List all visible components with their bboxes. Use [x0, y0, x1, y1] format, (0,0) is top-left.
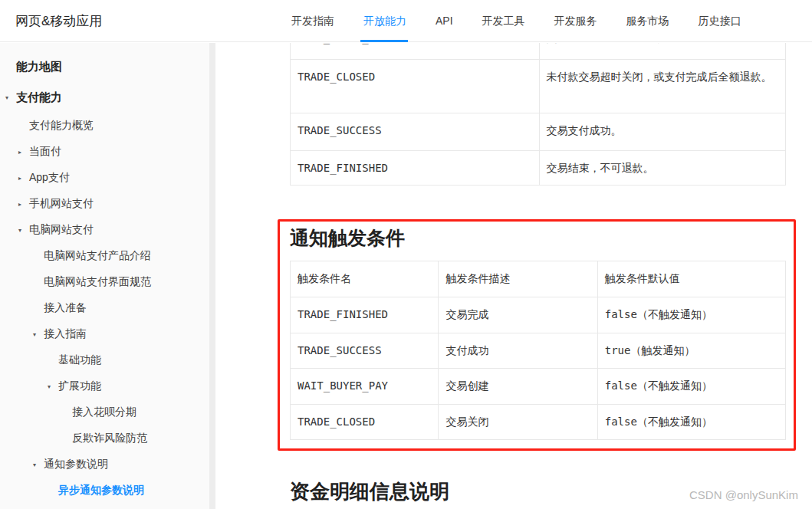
sidebar-item-huabei-installment[interactable]: 接入花呗分期	[0, 399, 209, 425]
sidebar-item-anti-fraud[interactable]: 反欺诈风险防范	[0, 425, 209, 452]
sidebar-item-pc-pay-ui-spec[interactable]: 电脑网站支付界面规范	[0, 269, 209, 295]
sidebar-item-label: 异步通知参数说明	[58, 484, 144, 498]
nav-open-capability-label: 开放能力	[363, 15, 406, 27]
table-row: TRADE_CLOSED 未付款交易超时关闭，或支付完成后全额退款。	[291, 60, 785, 113]
sidebar-item-label: 反欺诈风险防范	[72, 432, 147, 445]
trigger-name-cell: TRADE_FINISHED	[291, 297, 439, 333]
caret-down-icon: ▾	[48, 383, 58, 390]
sidebar-item-label: 电脑网站支付产品介绍	[44, 249, 151, 263]
sidebar-item-label: 通知参数说明	[44, 458, 108, 471]
status-code: WAIT_BUYER_PAY	[298, 43, 531, 45]
sidebar-item-basic-features[interactable]: 基础功能	[0, 347, 209, 373]
sidebar-item-label: 支付能力概览	[29, 119, 94, 133]
top-nav: 开发指南 开放能力 API 开发工具 开发服务 服务市场 历史接口	[291, 0, 741, 42]
sidebar-item-access-prep[interactable]: 接入准备	[0, 295, 209, 321]
nav-dev-tools[interactable]: 开发工具	[482, 0, 525, 42]
sidebar-item-label: 能力地图	[16, 60, 62, 74]
trigger-name-cell: TRADE_CLOSED	[291, 405, 439, 439]
status-desc-cell: 交易支付成功。	[540, 113, 786, 150]
caret-down-icon: ▾	[33, 331, 44, 338]
sidebar-item-label: 当面付	[29, 145, 61, 159]
table-row: WAIT_BUYER_PAY 交易创建 false（不触发通知）	[291, 369, 785, 405]
sidebar-item-payment-overview[interactable]: 支付能力概览	[0, 113, 209, 139]
status-code-cell: TRADE_SUCCESS	[291, 113, 540, 150]
nav-service-market[interactable]: 服务市场	[626, 0, 669, 42]
sidebar-item-pc-web-pay[interactable]: ▾电脑网站支付	[0, 217, 209, 243]
trigger-name-cell: WAIT_BUYER_PAY	[291, 369, 439, 404]
sidebar-scrollbar[interactable]	[209, 43, 215, 509]
status-desc-cell: 未付款交易超时关闭，或支付完成后全额退款。	[540, 60, 786, 113]
sidebar-item-notify-params[interactable]: ▾通知参数说明	[0, 452, 209, 478]
caret-right-icon: ▸	[18, 149, 29, 156]
status-desc-cell: 交易创建，等待买家付款。	[540, 43, 786, 59]
sidebar-item-pc-pay-product-intro[interactable]: 电脑网站支付产品介绍	[0, 243, 209, 269]
section-title-notify-trigger: 通知触发条件	[290, 225, 405, 251]
trigger-default-cell: true（触发通知）	[598, 333, 785, 368]
sidebar-nav: 能力地图 ▾支付能力 支付能力概览 ▸当面付 ▸App支付 ▸手机网站支付 ▾电…	[0, 43, 209, 509]
table-row: TRADE_FINISHED 交易结束，不可退款。	[291, 151, 785, 186]
status-code-cell: TRADE_FINISHED	[291, 151, 540, 185]
table-row: TRADE_FINISHED 交易完成 false（不触发通知）	[291, 297, 785, 333]
table-row-partial: WAIT_BUYER_PAY 交易创建，等待买家付款。	[291, 43, 785, 60]
nav-dev-guide[interactable]: 开发指南	[291, 0, 334, 42]
sidebar-item-label: App支付	[29, 171, 70, 185]
status-code-cell: WAIT_BUYER_PAY	[291, 43, 540, 59]
sidebar-item-label: 电脑网站支付	[29, 223, 94, 237]
caret-right-icon: ▸	[18, 175, 29, 182]
table-row: TRADE_SUCCESS 交易支付成功。	[291, 113, 785, 151]
sidebar-item-label: 接入指南	[44, 327, 87, 341]
status-desc: 交易创建，等待买家付款。	[547, 43, 778, 45]
column-header: 触发条件名	[291, 261, 439, 297]
sidebar-item-label: 手机网站支付	[29, 197, 94, 211]
sidebar-item-async-notify-params[interactable]: 异步通知参数说明	[0, 478, 209, 504]
table-row: TRADE_CLOSED 交易关闭 false（不触发通知）	[291, 405, 785, 440]
table-header-row: 触发条件名 触发条件描述 触发条件默认值	[291, 261, 785, 297]
sidebar-item-app-pay[interactable]: ▸App支付	[0, 165, 209, 191]
trigger-name-cell: TRADE_SUCCESS	[291, 333, 439, 368]
notify-trigger-table: 触发条件名 触发条件描述 触发条件默认值 TRADE_FINISHED 交易完成…	[290, 261, 786, 440]
nav-history-api[interactable]: 历史接口	[699, 0, 741, 42]
column-header: 触发条件默认值	[598, 261, 785, 297]
sidebar-item-label: 电脑网站支付界面规范	[44, 275, 151, 289]
sidebar-item-extended-features[interactable]: ▾扩展功能	[0, 373, 209, 399]
trigger-default-cell: false（不触发通知）	[598, 297, 785, 333]
section-title-funds-detail: 资金明细信息说明	[290, 478, 449, 505]
caret-down-icon: ▾	[18, 227, 29, 234]
status-desc-cell: 交易结束，不可退款。	[540, 151, 786, 185]
caret-right-icon: ▸	[18, 201, 29, 208]
sidebar-item-label: 接入准备	[44, 301, 87, 315]
nav-dev-services[interactable]: 开发服务	[554, 0, 597, 42]
sidebar-item-face-to-face-pay[interactable]: ▸当面付	[0, 139, 209, 165]
trigger-desc-cell: 交易创建	[439, 369, 597, 404]
sidebar-item-access-guide[interactable]: ▾接入指南	[0, 321, 209, 347]
active-tab-underline	[360, 40, 408, 42]
app-title: 网页&移动应用	[15, 0, 102, 42]
trade-status-table: WAIT_BUYER_PAY 交易创建，等待买家付款。 TRADE_CLOSED…	[290, 43, 786, 186]
table-row: TRADE_SUCCESS 支付成功 true（触发通知）	[291, 333, 785, 369]
sidebar-item-label: 支付能力	[16, 90, 62, 105]
sidebar-item-label: 接入花呗分期	[72, 406, 136, 419]
trigger-desc-cell: 支付成功	[439, 333, 597, 368]
trigger-default-cell: false（不触发通知）	[598, 369, 785, 404]
column-header: 触发条件描述	[439, 261, 597, 297]
sidebar-item-capability-map[interactable]: 能力地图	[0, 51, 209, 82]
top-header: 网页&移动应用 开发指南 开放能力 API 开发工具 开发服务 服务市场 历史接…	[0, 0, 812, 42]
status-code-cell: TRADE_CLOSED	[291, 60, 540, 113]
nav-open-capability[interactable]: 开放能力	[363, 0, 406, 42]
sidebar-item-mobile-web-pay[interactable]: ▸手机网站支付	[0, 191, 209, 217]
caret-down-icon: ▾	[5, 94, 16, 101]
sidebar-item-label: 基础功能	[58, 353, 101, 367]
sidebar-item-payment-capability[interactable]: ▾支付能力	[0, 82, 209, 113]
trigger-desc-cell: 交易完成	[439, 297, 597, 333]
trigger-desc-cell: 交易关闭	[439, 405, 597, 439]
sidebar-item-label: 扩展功能	[58, 379, 101, 393]
csdn-watermark: CSDN @onlySunKim	[689, 488, 798, 501]
nav-api[interactable]: API	[436, 0, 453, 42]
caret-down-icon: ▾	[33, 461, 44, 468]
trigger-default-cell: false（不触发通知）	[598, 405, 785, 439]
